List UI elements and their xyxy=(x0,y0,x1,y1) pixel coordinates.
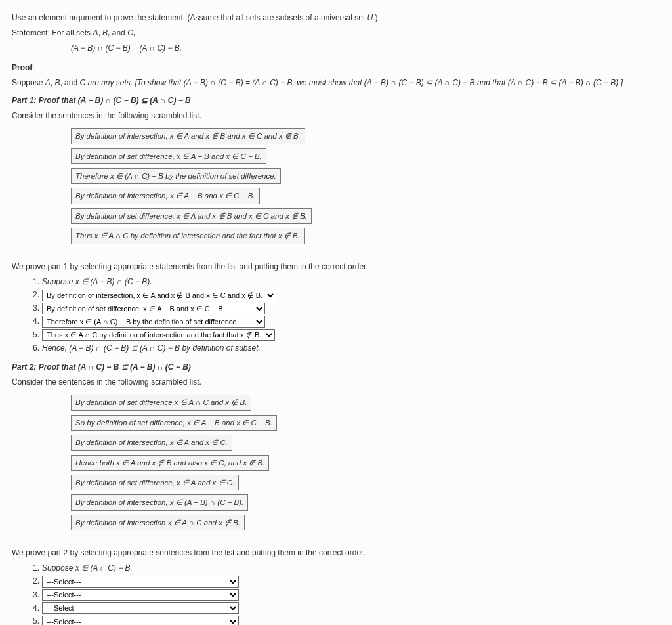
scrambled-item: By definition of set difference x ∈ A ∩ … xyxy=(71,395,251,410)
part1-title: Part 1: Proof that (A − B) ∩ (C − B) ⊆ (… xyxy=(12,95,660,107)
text: are any sets. [To show that ( xyxy=(85,78,186,87)
scrambled-item: So by definition of set difference, x ∈ … xyxy=(71,415,277,431)
scrambled-item: Therefore x ∈ (A ∩ C) − B by the definit… xyxy=(71,168,281,184)
step-num: 1. xyxy=(28,276,39,288)
text: Statement: For all sets xyxy=(12,28,93,37)
text: A − B) ∩ (C − B) = (A ∩ C) − B, we must … xyxy=(186,78,623,87)
part1-lead: We prove part 1 by selecting appropriate… xyxy=(12,261,660,273)
var-A: A xyxy=(45,78,51,87)
text: .) xyxy=(373,13,377,22)
part1-consider: Consider the sentences in the following … xyxy=(12,110,660,122)
part2-step3-select[interactable]: ---Select--- xyxy=(42,589,239,601)
step-num: 4. xyxy=(28,602,39,614)
scrambled-item: By definition of intersection, x ∈ (A − … xyxy=(71,494,248,510)
part1-step2-select[interactable]: By definition of intersection, x ∈ A and… xyxy=(42,290,276,301)
part2-title: Part 2: Proof that (A ∩ C) − B ⊆ (A − B)… xyxy=(12,361,660,374)
step-num: 2. xyxy=(28,575,39,588)
intro-line-2: Statement: For all sets A, B, and C, xyxy=(12,27,660,39)
text: Use an element argument to prove the sta… xyxy=(12,13,368,22)
intro-line-1: Use an element argument to prove the sta… xyxy=(12,12,660,24)
statement-equation: (A − B) ∩ (C − B) = (A ∩ C) − B. xyxy=(71,42,660,54)
colon: : xyxy=(32,63,34,72)
part2-step2-select[interactable]: ---Select--- xyxy=(42,576,239,588)
step-num: 4. xyxy=(28,315,39,328)
var-C: C xyxy=(127,28,133,37)
part2-ordered-steps: 1.Suppose x ∈ (A ∩ C) − B. 2. ---Select-… xyxy=(28,562,660,625)
scrambled-item: By definition of set difference, x ∈ A a… xyxy=(71,208,312,224)
scrambled-item: By definition of intersection, x ∈ A and… xyxy=(71,128,305,144)
part2-step5-select[interactable]: ---Select--- xyxy=(42,616,239,625)
step-num: 5. xyxy=(28,329,39,341)
scrambled-item: By definition of intersection, x ∈ A and… xyxy=(71,435,232,450)
part2-scrambled-list: By definition of set difference x ∈ A ∩ … xyxy=(71,393,660,532)
step-num: 1. xyxy=(28,562,39,574)
suppose-line: Suppose A, B, and C are any sets. [To sh… xyxy=(12,77,660,89)
part2-consider: Consider the sentences in the following … xyxy=(12,376,660,389)
var-B: B xyxy=(102,28,108,37)
part1-step5-select[interactable]: Thus x ∈ A ∩ C by definition of intersec… xyxy=(42,329,275,341)
step-num: 6. xyxy=(28,342,39,355)
text: , and xyxy=(108,28,127,37)
part2-lead: We prove part 2 by selecting appropriate… xyxy=(12,547,660,559)
part1-ordered-steps: 1.Suppose x ∈ (A − B) ∩ (C − B). 2. By d… xyxy=(28,276,660,355)
part1-step4-select[interactable]: Therefore x ∈ (A ∩ C) − B by the definit… xyxy=(42,316,265,328)
scrambled-item: Thus x ∈ A ∩ C by definition of intersec… xyxy=(71,228,304,244)
part2-step4-select[interactable]: ---Select--- xyxy=(42,602,239,614)
text: , and xyxy=(60,78,79,87)
proof-heading: Proof: xyxy=(12,62,660,74)
step-num: 3. xyxy=(28,589,39,601)
step-num: 2. xyxy=(28,289,39,301)
step-text: Suppose x ∈ (A − B) ∩ (C − B). xyxy=(42,276,152,288)
scrambled-item: By definition of intersection x ∈ A ∩ C … xyxy=(71,515,245,530)
text: , xyxy=(133,28,135,37)
scrambled-item: By definition of set difference, x ∈ A −… xyxy=(71,148,266,164)
scrambled-item: By definition of intersection, x ∈ A − B… xyxy=(71,188,260,204)
var-U: U xyxy=(368,13,373,22)
step-num: 5. xyxy=(28,615,39,625)
var-C: C xyxy=(79,78,85,87)
proof-label: Proof xyxy=(12,63,32,72)
part1-step3-select[interactable]: By definition of set difference, x ∈ A −… xyxy=(42,303,265,314)
step-text: Suppose x ∈ (A ∩ C) − B. xyxy=(42,562,133,574)
scrambled-item: By definition of set difference, x ∈ A a… xyxy=(71,475,239,490)
scrambled-item: Hence both x ∈ A and x ∉ B and also x ∈ … xyxy=(71,455,269,471)
step-num: 3. xyxy=(28,302,39,314)
part1-scrambled-list: By definition of intersection, x ∈ A and… xyxy=(71,126,660,246)
text: Suppose xyxy=(12,78,45,87)
step-text: Hence, (A − B) ∩ (C − B) ⊆ (A ∩ C) − B b… xyxy=(42,342,261,355)
